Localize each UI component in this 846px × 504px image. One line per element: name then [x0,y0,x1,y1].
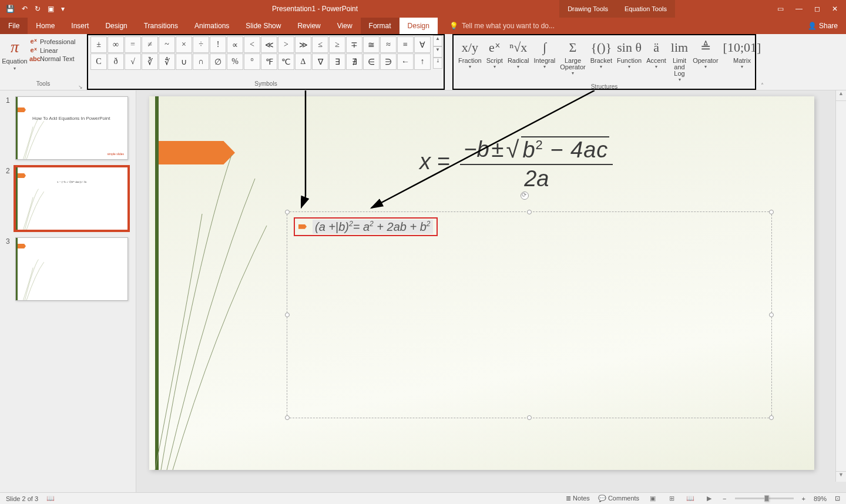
binomial-equation-box[interactable]: (a +|b)2= a2 + 2ab + b2 [294,217,438,236]
tab-transitions[interactable]: Transitions [136,18,186,34]
tab-slideshow[interactable]: Slide Show [237,18,289,34]
tab-animations[interactable]: Animations [186,18,237,34]
normal-text-button[interactable]: abcNormal Text [29,55,76,62]
symbol-∓[interactable]: ∓ [346,36,362,53]
professional-button[interactable]: eˣProfessional [29,38,76,45]
tab-review[interactable]: Review [289,18,328,34]
scroll-down-button[interactable]: ▼ [836,471,846,482]
symbol-≤[interactable]: ≤ [312,36,328,53]
symbol-≈[interactable]: ≈ [380,36,397,53]
symbol-%[interactable]: % [227,53,243,70]
symbol-∇[interactable]: ∇ [312,53,328,70]
slideshow-view-button[interactable]: ▶ [704,495,714,502]
symbol-~[interactable]: ~ [159,36,175,53]
tab-design[interactable]: Design [97,18,135,34]
handle-e[interactable] [769,313,774,317]
symbol-↑[interactable]: ↑ [414,53,431,70]
symbol-≫[interactable]: ≫ [295,36,311,53]
symbol-℃[interactable]: ℃ [278,53,294,70]
zoom-out-button[interactable]: − [723,495,726,502]
close-icon[interactable]: ✕ [832,5,838,13]
notes-button[interactable]: ≣ Notes [566,495,590,502]
structure-script[interactable]: eˣScript▾ [484,36,505,83]
symbol-∩[interactable]: ∩ [193,53,209,70]
handle-n[interactable] [527,210,532,214]
symbol-∝[interactable]: ∝ [227,36,243,53]
tools-launcher-icon[interactable]: ↘ [78,84,83,90]
thumbnail-slide-3[interactable] [15,237,128,301]
symbol-√[interactable]: √ [125,53,141,70]
symbol-∈[interactable]: ∈ [363,53,380,70]
structure-integral[interactable]: ∫Integral▾ [532,36,558,83]
fit-to-window-button[interactable]: ⊡ [835,495,840,502]
tab-format[interactable]: Format [361,18,400,34]
equation-button[interactable]: π Equation ▾ [2,35,27,80]
rotation-handle[interactable] [521,191,529,200]
tab-file[interactable]: File [0,18,28,34]
reading-view-button[interactable]: 📖 [685,495,696,502]
symbol-ð[interactable]: ð [108,53,124,70]
comments-button[interactable]: 💬 Comments [598,495,639,502]
symbols-scroll-up[interactable]: ▲ [433,35,442,46]
minimize-icon[interactable]: — [795,5,803,13]
tab-insert[interactable]: Insert [63,18,97,34]
symbol-∅[interactable]: ∅ [210,53,226,70]
zoom-slider[interactable] [735,498,794,499]
handle-s[interactable] [527,415,532,420]
structure-accent[interactable]: äAccent▾ [644,36,669,83]
slide-sorter-button[interactable]: ⊞ [666,495,677,502]
symbol-≥[interactable]: ≥ [329,36,345,53]
symbol-=[interactable]: = [125,36,141,53]
symbol-∞[interactable]: ∞ [108,36,124,53]
redo-icon[interactable]: ↻ [35,5,41,13]
linear-button[interactable]: eˣLinear [29,46,76,54]
symbol-∪[interactable]: ∪ [176,53,192,70]
symbol-<[interactable]: < [244,36,260,53]
zoom-level[interactable]: 89% [814,495,827,502]
symbol->[interactable]: > [278,36,294,53]
start-slideshow-icon[interactable]: ▣ [48,5,54,13]
slide-thumbnails-pane[interactable]: 1 How To Add Equations In PowerPoint sim… [0,90,136,492]
structure-limit-and-log[interactable]: limLimitand Log▾ [669,36,690,83]
ribbon-display-options-icon[interactable]: ▭ [777,5,784,13]
structure-function[interactable]: sin θFunction▾ [615,36,644,83]
structure-operator[interactable]: ≜Operator▾ [690,36,720,83]
symbol-∋[interactable]: ∋ [380,53,397,70]
content-placeholder[interactable] [287,211,772,418]
share-button[interactable]: 👤 Share [800,18,846,34]
symbol-∀[interactable]: ∀ [414,36,431,53]
symbol-×[interactable]: × [176,36,192,53]
structure-radical[interactable]: ⁿ√xRadical▾ [505,36,532,83]
symbol-C[interactable]: C [90,53,107,70]
slide-canvas-area[interactable]: x = −b ± √b2 − 4ac 2a [136,90,846,492]
binomial-equation[interactable]: (a +|b)2= a2 + 2ab + b2 [313,220,433,234]
structure-fraction[interactable]: x/yFraction▾ [456,36,484,83]
handle-sw[interactable] [285,415,290,420]
symbol-∆[interactable]: ∆ [295,53,311,70]
scroll-up-button[interactable]: ▲ [836,90,846,101]
symbol-≠[interactable]: ≠ [142,36,158,53]
thumbnail-slide-1[interactable]: How To Add Equations In PowerPoint simpl… [15,96,128,160]
symbol-∄[interactable]: ∄ [346,53,362,70]
symbols-more[interactable]: ⤓ [433,58,442,69]
symbol-≅[interactable]: ≅ [363,36,380,53]
handle-se[interactable] [769,415,774,420]
symbol-±[interactable]: ± [90,36,107,53]
tab-equation-design[interactable]: Design [400,18,438,34]
tell-me-search[interactable]: 💡 Tell me what you want to do... [438,18,800,34]
structure-matrix[interactable]: [10;01]Matrix▾ [721,36,764,83]
thumbnail-slide-2[interactable]: x = (−b ± √(b²−4ac)) / 2a [15,167,128,230]
structure-large-operator[interactable]: ΣLargeOperator▾ [558,36,588,83]
structure-bracket[interactable]: {()}Bracket▾ [588,36,615,83]
symbol-°[interactable]: ° [244,53,260,70]
zoom-in-button[interactable]: + [802,495,805,502]
qat-more-icon[interactable]: ▾ [61,5,65,13]
handle-ne[interactable] [769,210,774,214]
symbol-∜[interactable]: ∜ [159,53,175,70]
quadratic-formula[interactable]: x = −b ± √b2 − 4ac 2a [419,136,613,191]
symbol-℉[interactable]: ℉ [261,53,277,70]
handle-w[interactable] [285,313,290,317]
symbol-÷[interactable]: ÷ [193,36,209,53]
undo-icon[interactable]: ↶ [22,5,28,13]
symbol-∃[interactable]: ∃ [329,53,345,70]
